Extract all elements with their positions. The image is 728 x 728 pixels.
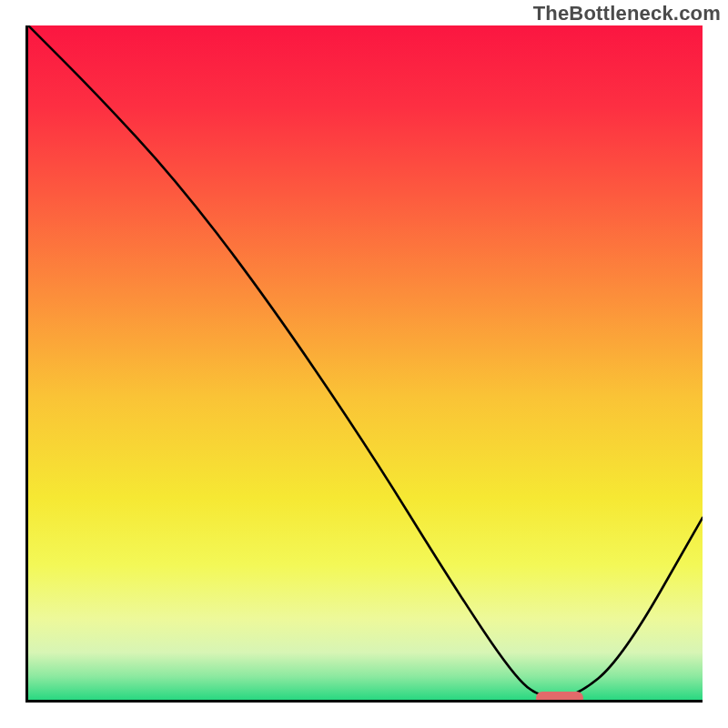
chart-root: TheBottleneck.com xyxy=(0,0,728,728)
bottleneck-curve xyxy=(28,25,703,700)
optimal-range-marker xyxy=(536,692,583,703)
watermark-text: TheBottleneck.com xyxy=(533,2,721,25)
plot-area xyxy=(25,25,703,703)
